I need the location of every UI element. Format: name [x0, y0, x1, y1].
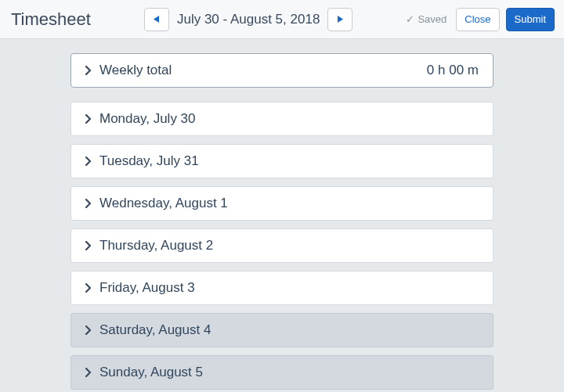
- day-label: Sunday, August 5: [99, 365, 479, 380]
- chevron-right-icon: [85, 283, 92, 293]
- app-header: Timesheet July 30 - August 5, 2018 ✓ Sav…: [0, 0, 564, 39]
- day-row-thursday[interactable]: Thursday, August 2: [70, 228, 494, 263]
- day-label: Thursday, August 2: [99, 238, 479, 254]
- weekly-total-row[interactable]: Weekly total 0 h 00 m: [70, 53, 494, 88]
- day-row-tuesday[interactable]: Tuesday, July 31: [70, 144, 494, 178]
- triangle-left-icon: [154, 16, 159, 23]
- day-row-friday[interactable]: Friday, August 3: [70, 271, 494, 305]
- close-button[interactable]: Close: [456, 8, 499, 31]
- svg-marker-0: [154, 16, 159, 23]
- day-row-sunday[interactable]: Sunday, August 5: [70, 355, 494, 390]
- weekly-total-value: 0 h 00 m: [427, 63, 479, 78]
- weekly-total-label: Weekly total: [99, 63, 427, 78]
- saved-status: ✓ Saved: [406, 13, 446, 25]
- chevron-right-icon: [85, 114, 92, 124]
- chevron-right-icon: [85, 325, 92, 335]
- header-actions: ✓ Saved Close Submit: [406, 8, 555, 31]
- triangle-right-icon: [338, 16, 343, 23]
- date-navigator: July 30 - August 5, 2018: [91, 8, 407, 31]
- chevron-right-icon: [85, 368, 92, 377]
- chevron-right-icon: [85, 199, 92, 208]
- day-label: Saturday, August 4: [99, 322, 479, 338]
- chevron-right-icon: [85, 156, 92, 166]
- prev-week-button[interactable]: [144, 8, 169, 31]
- saved-label: Saved: [418, 13, 446, 25]
- day-label: Tuesday, July 31: [99, 153, 479, 169]
- date-range-label: July 30 - August 5, 2018: [177, 12, 320, 27]
- day-label: Monday, July 30: [99, 111, 479, 127]
- day-row-monday[interactable]: Monday, July 30: [70, 102, 494, 136]
- day-label: Friday, August 3: [99, 280, 479, 296]
- submit-button[interactable]: Submit: [506, 8, 555, 31]
- day-row-wednesday[interactable]: Wednesday, August 1: [70, 186, 494, 221]
- svg-marker-1: [338, 16, 343, 23]
- page-title: Timesheet: [11, 9, 91, 30]
- next-week-button[interactable]: [327, 8, 352, 31]
- check-icon: ✓: [406, 13, 414, 25]
- day-label: Wednesday, August 1: [99, 196, 479, 211]
- chevron-right-icon: [85, 66, 92, 75]
- chevron-right-icon: [85, 241, 92, 250]
- timesheet-body: Weekly total 0 h 00 m Monday, July 30 Tu…: [0, 39, 564, 392]
- day-row-saturday[interactable]: Saturday, August 4: [70, 313, 494, 347]
